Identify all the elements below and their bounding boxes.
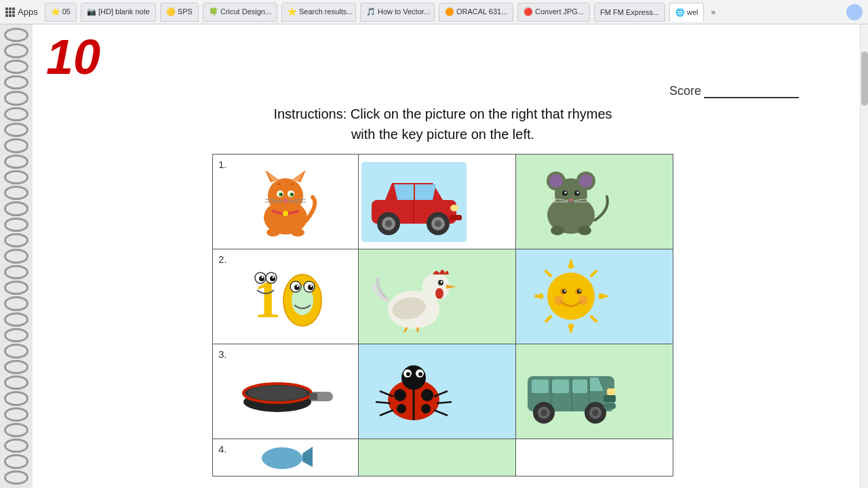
svg-rect-126 [552,380,569,393]
svg-point-99 [578,296,588,305]
table-row-partial: 4. [213,439,673,476]
tab-search[interactable]: ⭐ Search results... [281,3,356,22]
key-cell-4: 4. [213,439,359,476]
tab-label: 📷 [HD] blank note [87,7,150,16]
row-number-2: 2. [218,253,227,265]
browser-toolbar: Apps ⭐ 05 📷 [HD] blank note 🟡 SPS 🍀 Cric… [0,0,868,24]
ladybug-svg [365,356,463,427]
row-number-4: 4. [218,443,227,455]
worksheet: 10 Score Instructions: Click on the pict… [33,24,860,488]
svg-point-112 [406,372,410,376]
svg-point-116 [397,404,406,413]
svg-point-12 [283,199,288,201]
svg-marker-83 [568,259,574,268]
choice-cell-2-2[interactable] [515,249,673,344]
svg-rect-137 [607,388,615,395]
svg-point-45 [551,226,564,235]
key-cell-1: 1. [213,155,359,249]
user-avatar [846,4,863,20]
tab-blank-note[interactable]: 📷 [HD] blank note [81,3,156,22]
svg-point-114 [394,389,406,401]
pan-image [238,351,333,429]
svg-rect-139 [604,395,616,402]
scrollbar-thumb[interactable] [861,52,868,106]
svg-rect-29 [450,215,462,220]
tab-label: 🎵 How to Vector... [366,7,430,16]
svg-marker-88 [590,270,597,277]
worksheet-table: 1. [212,154,673,476]
tab-oracal[interactable]: 🟠 ORACAL 631... [439,3,513,22]
svg-rect-125 [532,380,549,393]
svg-point-11 [291,193,293,195]
instructions: Instructions: Click on the picture on th… [46,104,840,144]
svg-point-40 [569,199,573,201]
partial-image-4 [258,443,313,469]
choice-cell-3-2[interactable] [515,344,673,439]
cat-image [245,163,326,238]
mouse-image [519,162,624,242]
svg-point-65 [435,288,443,299]
svg-point-26 [435,220,441,227]
svg-point-17 [283,211,288,216]
tab-label: ⭐ 05 [51,7,71,16]
choice-cell-2-1[interactable] [358,249,515,344]
svg-point-96 [564,289,566,291]
choice-cell-4-2[interactable] [515,439,673,476]
svg-point-140 [262,447,302,469]
svg-point-68 [440,281,442,283]
tab-wel[interactable]: 🌐 wel [669,3,705,22]
tab-label: 🔴 Convert JPG... [524,7,584,16]
tabs-overflow-button[interactable]: » [708,7,718,17]
van-image [519,352,624,432]
svg-point-91 [547,272,595,320]
svg-point-98 [554,296,564,305]
svg-point-117 [421,404,431,413]
svg-point-39 [576,192,578,194]
tab-label: 🟠 ORACAL 631... [445,7,507,16]
svg-point-60 [296,285,298,287]
svg-marker-86 [599,293,608,300]
tab-label: FM FM Express... [600,8,659,16]
tab-fm[interactable]: FM FM Express... [594,3,665,22]
tab-cricut[interactable]: 🍀 Cricut Design... [203,3,277,22]
grid-icon [5,7,15,17]
car-svg [365,166,463,237]
choice-cell-1-2[interactable] [515,155,673,249]
table-row: 3. [213,344,673,439]
table-row: 1. [213,155,673,249]
svg-point-18 [267,228,280,237]
car-image [361,162,467,242]
svg-point-35 [579,174,593,188]
score-underline [704,84,799,98]
van-svg [522,356,620,427]
choice-cell-1-1[interactable] [358,155,515,249]
svg-line-123 [434,410,448,415]
svg-point-133 [540,409,547,416]
apps-label: Apps [18,7,38,17]
svg-marker-84 [568,325,574,333]
mouse-svg [522,166,620,237]
svg-marker-87 [545,270,552,277]
row-number-1: 1. [218,159,227,170]
tab-label: 🌐 wel [675,8,698,17]
scrollbar[interactable] [860,24,868,488]
choice-cell-4-1[interactable] [358,439,515,476]
apps-button[interactable]: Apps [5,7,38,17]
svg-point-28 [450,205,458,211]
row-number-3: 3. [218,348,227,360]
tab-vectorize[interactable]: 🎵 How to Vector... [360,3,435,22]
tab-05[interactable]: ⭐ 05 [45,3,77,22]
tab-label: 🟡 SPS [166,7,193,16]
svg-marker-66 [446,285,456,289]
svg-point-10 [280,193,282,195]
svg-point-113 [418,372,422,376]
score-area: Score [46,84,799,98]
svg-line-120 [380,410,393,415]
instructions-line2: with the key picture on the left. [46,124,840,144]
tab-sps[interactable]: 🟡 SPS [160,3,199,22]
svg-rect-106 [309,393,317,400]
svg-point-23 [385,220,392,227]
instructions-line1: Instructions: Click on the picture on th… [46,104,840,124]
choice-cell-3-1[interactable] [358,344,515,439]
tab-convert[interactable]: 🔴 Convert JPG... [517,3,590,22]
